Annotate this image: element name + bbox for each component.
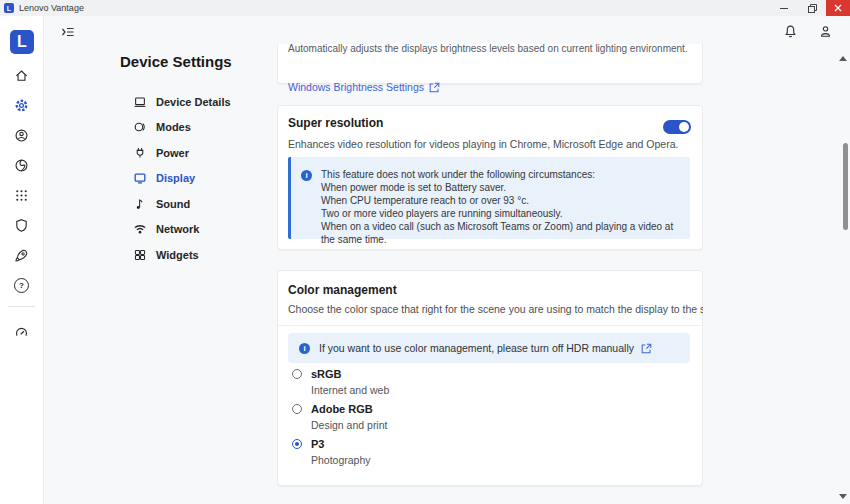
link-label: Windows Brightness Settings <box>288 81 424 93</box>
info-icon: i <box>301 170 312 181</box>
shield-security-icon[interactable] <box>14 218 29 233</box>
nav-item-label: Power <box>156 147 189 159</box>
info-line: When power mode is set to Battery saver. <box>321 181 682 194</box>
external-link-icon <box>429 82 440 93</box>
user-icon[interactable] <box>818 24 833 39</box>
nav-item-label: Display <box>156 172 195 184</box>
nav-item-network[interactable]: Network <box>133 217 273 243</box>
option-description: Design and print <box>311 419 389 431</box>
wifi-icon <box>133 222 147 236</box>
toggle-knob <box>679 122 689 132</box>
info-line: This feature does not work under the fol… <box>321 168 682 181</box>
option-adobe-rgb[interactable]: Adobe RGB Design and print <box>292 402 389 431</box>
radio-icon <box>292 439 302 449</box>
notification-bell-icon[interactable] <box>783 24 798 39</box>
option-label: sRGB <box>311 368 342 380</box>
hdr-warning-banner: i If you want to use color management, p… <box>288 333 690 363</box>
external-link-icon[interactable] <box>641 343 652 354</box>
rocket-icon[interactable] <box>14 248 29 263</box>
performance-gauge-icon[interactable] <box>14 325 29 340</box>
scrollbar-thumb[interactable] <box>843 143 848 230</box>
windows-brightness-settings-link[interactable]: Windows Brightness Settings <box>288 81 440 93</box>
home-icon[interactable] <box>14 68 29 83</box>
restore-button[interactable] <box>798 0 826 16</box>
laptop-icon <box>133 95 147 109</box>
settings-gear-icon[interactable] <box>14 98 29 113</box>
settings-nav: Device Details Modes Power Display Sound… <box>133 89 273 268</box>
nav-item-widgets[interactable]: Widgets <box>133 242 273 268</box>
option-description: Internet and web <box>311 384 389 396</box>
display-monitor-icon <box>133 171 147 185</box>
color-management-title: Color management <box>288 283 397 297</box>
help-icon[interactable]: ? <box>14 278 29 293</box>
brightness-card: Automatically adjusts the displays brigh… <box>277 44 703 84</box>
color-management-card: Color management Choose the color space … <box>277 270 703 486</box>
lenovo-vantage-logo: L <box>10 30 34 54</box>
nav-expand-icon[interactable] <box>60 24 76 40</box>
super-resolution-toggle[interactable] <box>663 120 691 134</box>
apps-grid-icon[interactable] <box>14 188 29 203</box>
window-title: Lenovo Vantage <box>19 3 84 13</box>
scrollbar-up-arrow[interactable] <box>839 56 847 61</box>
radio-icon <box>292 404 302 414</box>
nav-item-label: Device Details <box>156 96 231 108</box>
nav-item-sound[interactable]: Sound <box>133 191 273 217</box>
scrollbar-down-arrow[interactable] <box>839 494 847 499</box>
music-note-icon <box>133 197 147 211</box>
app-logo-icon: L <box>4 3 14 13</box>
option-description: Photography <box>311 454 389 466</box>
info-line: When on a video call (such as Microsoft … <box>321 220 682 246</box>
radio-icon <box>292 369 302 379</box>
minimize-icon <box>780 8 788 9</box>
color-space-options: sRGB Internet and web Adobe RGB Design a… <box>292 367 389 472</box>
super-resolution-card: Super resolution Enhances video resoluti… <box>277 105 703 250</box>
nav-item-label: Network <box>156 223 199 235</box>
close-button[interactable] <box>826 0 850 16</box>
restore-icon <box>808 4 817 13</box>
info-line: When CPU temperature reach to or over 93… <box>321 194 682 207</box>
power-plug-icon <box>133 146 147 160</box>
support-icon[interactable] <box>14 158 29 173</box>
option-p3[interactable]: P3 Photography <box>292 437 389 466</box>
banner-text: If you want to use color management, ple… <box>319 342 634 354</box>
content-scroll-area: Automatically adjusts the displays brigh… <box>277 44 703 504</box>
option-srgb[interactable]: sRGB Internet and web <box>292 367 389 396</box>
super-resolution-description: Enhances video resolution for videos pla… <box>288 138 678 150</box>
close-icon <box>834 4 842 12</box>
icon-rail-sidebar: L <box>0 16 44 504</box>
minimize-button[interactable] <box>770 0 798 16</box>
nav-item-label: Widgets <box>156 249 199 261</box>
option-label: P3 <box>311 438 324 450</box>
nav-item-display[interactable]: Display <box>133 166 273 192</box>
modes-icon <box>133 120 147 134</box>
super-resolution-title: Super resolution <box>288 116 383 130</box>
page-title: Device Settings <box>120 53 232 70</box>
nav-item-power[interactable]: Power <box>133 140 273 166</box>
nav-item-modes[interactable]: Modes <box>133 115 273 141</box>
titlebar: L Lenovo Vantage <box>0 0 850 16</box>
rail-divider <box>8 306 35 307</box>
option-label: Adobe RGB <box>311 403 373 415</box>
nav-item-device-details[interactable]: Device Details <box>133 89 273 115</box>
info-icon: i <box>299 343 310 354</box>
brightness-description: Automatically adjusts the displays brigh… <box>288 44 688 54</box>
nav-item-label: Sound <box>156 198 190 210</box>
nav-item-label: Modes <box>156 121 191 133</box>
widgets-icon <box>133 248 147 262</box>
info-line: Two or more video players are running si… <box>321 207 682 220</box>
super-resolution-info-box: i This feature does not work under the f… <box>288 157 690 239</box>
card-divider <box>278 325 702 326</box>
user-account-icon[interactable] <box>14 128 29 143</box>
color-management-description: Choose the color space that right for th… <box>288 303 703 315</box>
